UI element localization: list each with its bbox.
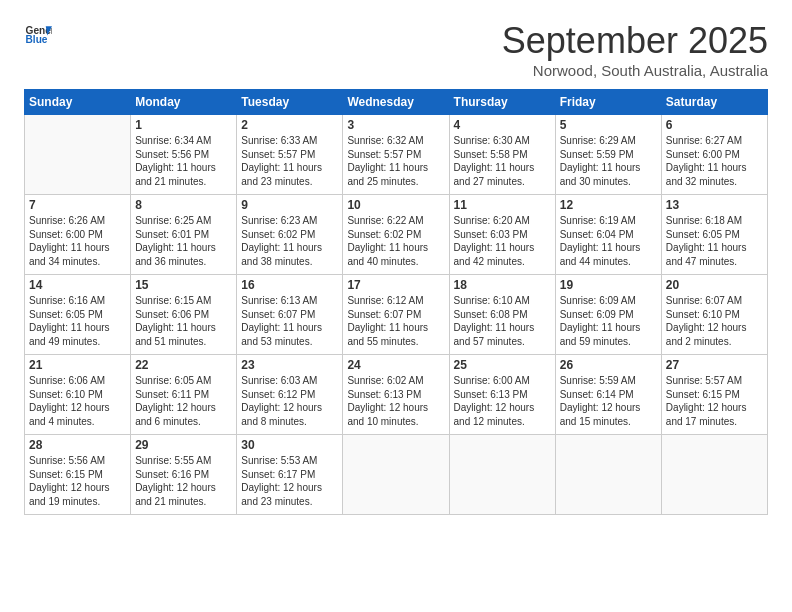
calendar-cell: 30Sunrise: 5:53 AM Sunset: 6:17 PM Dayli… [237,435,343,515]
day-info: Sunrise: 6:26 AM Sunset: 6:00 PM Dayligh… [29,214,126,268]
calendar-cell: 18Sunrise: 6:10 AM Sunset: 6:08 PM Dayli… [449,275,555,355]
day-number: 5 [560,118,657,132]
calendar-cell: 10Sunrise: 6:22 AM Sunset: 6:02 PM Dayli… [343,195,449,275]
day-info: Sunrise: 6:32 AM Sunset: 5:57 PM Dayligh… [347,134,444,188]
calendar-cell: 24Sunrise: 6:02 AM Sunset: 6:13 PM Dayli… [343,355,449,435]
day-info: Sunrise: 6:22 AM Sunset: 6:02 PM Dayligh… [347,214,444,268]
day-number: 2 [241,118,338,132]
weekday-header: Friday [555,90,661,115]
day-info: Sunrise: 6:25 AM Sunset: 6:01 PM Dayligh… [135,214,232,268]
logo: General Blue [24,20,52,48]
day-info: Sunrise: 6:16 AM Sunset: 6:05 PM Dayligh… [29,294,126,348]
day-info: Sunrise: 6:18 AM Sunset: 6:05 PM Dayligh… [666,214,763,268]
weekday-header-row: SundayMondayTuesdayWednesdayThursdayFrid… [25,90,768,115]
day-info: Sunrise: 6:20 AM Sunset: 6:03 PM Dayligh… [454,214,551,268]
calendar-cell: 13Sunrise: 6:18 AM Sunset: 6:05 PM Dayli… [661,195,767,275]
calendar-week-row: 28Sunrise: 5:56 AM Sunset: 6:15 PM Dayli… [25,435,768,515]
day-number: 30 [241,438,338,452]
calendar-cell: 2Sunrise: 6:33 AM Sunset: 5:57 PM Daylig… [237,115,343,195]
title-block: September 2025 Norwood, South Australia,… [502,20,768,79]
day-info: Sunrise: 6:05 AM Sunset: 6:11 PM Dayligh… [135,374,232,428]
calendar-cell [449,435,555,515]
day-number: 4 [454,118,551,132]
day-info: Sunrise: 6:06 AM Sunset: 6:10 PM Dayligh… [29,374,126,428]
day-info: Sunrise: 6:15 AM Sunset: 6:06 PM Dayligh… [135,294,232,348]
calendar-cell: 7Sunrise: 6:26 AM Sunset: 6:00 PM Daylig… [25,195,131,275]
day-info: Sunrise: 5:56 AM Sunset: 6:15 PM Dayligh… [29,454,126,508]
day-number: 1 [135,118,232,132]
day-number: 24 [347,358,444,372]
calendar-cell: 12Sunrise: 6:19 AM Sunset: 6:04 PM Dayli… [555,195,661,275]
calendar-cell: 5Sunrise: 6:29 AM Sunset: 5:59 PM Daylig… [555,115,661,195]
logo-icon: General Blue [24,20,52,48]
calendar-cell: 22Sunrise: 6:05 AM Sunset: 6:11 PM Dayli… [131,355,237,435]
day-number: 14 [29,278,126,292]
day-number: 21 [29,358,126,372]
day-number: 18 [454,278,551,292]
day-number: 25 [454,358,551,372]
calendar-cell: 9Sunrise: 6:23 AM Sunset: 6:02 PM Daylig… [237,195,343,275]
day-info: Sunrise: 5:57 AM Sunset: 6:15 PM Dayligh… [666,374,763,428]
calendar-cell: 4Sunrise: 6:30 AM Sunset: 5:58 PM Daylig… [449,115,555,195]
day-info: Sunrise: 6:27 AM Sunset: 6:00 PM Dayligh… [666,134,763,188]
day-info: Sunrise: 6:19 AM Sunset: 6:04 PM Dayligh… [560,214,657,268]
calendar-cell [25,115,131,195]
day-info: Sunrise: 5:53 AM Sunset: 6:17 PM Dayligh… [241,454,338,508]
day-number: 28 [29,438,126,452]
day-number: 13 [666,198,763,212]
day-number: 3 [347,118,444,132]
day-info: Sunrise: 5:59 AM Sunset: 6:14 PM Dayligh… [560,374,657,428]
calendar-cell: 1Sunrise: 6:34 AM Sunset: 5:56 PM Daylig… [131,115,237,195]
day-info: Sunrise: 6:30 AM Sunset: 5:58 PM Dayligh… [454,134,551,188]
calendar-cell: 14Sunrise: 6:16 AM Sunset: 6:05 PM Dayli… [25,275,131,355]
day-info: Sunrise: 6:34 AM Sunset: 5:56 PM Dayligh… [135,134,232,188]
weekday-header: Wednesday [343,90,449,115]
day-number: 7 [29,198,126,212]
day-info: Sunrise: 6:13 AM Sunset: 6:07 PM Dayligh… [241,294,338,348]
day-info: Sunrise: 6:29 AM Sunset: 5:59 PM Dayligh… [560,134,657,188]
day-info: Sunrise: 6:12 AM Sunset: 6:07 PM Dayligh… [347,294,444,348]
page-header: General Blue September 2025 Norwood, Sou… [24,20,768,79]
day-info: Sunrise: 6:23 AM Sunset: 6:02 PM Dayligh… [241,214,338,268]
calendar-cell: 29Sunrise: 5:55 AM Sunset: 6:16 PM Dayli… [131,435,237,515]
day-info: Sunrise: 6:09 AM Sunset: 6:09 PM Dayligh… [560,294,657,348]
day-number: 19 [560,278,657,292]
calendar-cell [343,435,449,515]
calendar-cell: 28Sunrise: 5:56 AM Sunset: 6:15 PM Dayli… [25,435,131,515]
calendar-week-row: 7Sunrise: 6:26 AM Sunset: 6:00 PM Daylig… [25,195,768,275]
calendar-cell: 16Sunrise: 6:13 AM Sunset: 6:07 PM Dayli… [237,275,343,355]
day-info: Sunrise: 6:00 AM Sunset: 6:13 PM Dayligh… [454,374,551,428]
weekday-header: Tuesday [237,90,343,115]
weekday-header: Sunday [25,90,131,115]
calendar-cell: 11Sunrise: 6:20 AM Sunset: 6:03 PM Dayli… [449,195,555,275]
day-number: 12 [560,198,657,212]
calendar-week-row: 21Sunrise: 6:06 AM Sunset: 6:10 PM Dayli… [25,355,768,435]
day-info: Sunrise: 5:55 AM Sunset: 6:16 PM Dayligh… [135,454,232,508]
calendar-cell: 23Sunrise: 6:03 AM Sunset: 6:12 PM Dayli… [237,355,343,435]
day-number: 11 [454,198,551,212]
calendar-cell: 15Sunrise: 6:15 AM Sunset: 6:06 PM Dayli… [131,275,237,355]
calendar-week-row: 14Sunrise: 6:16 AM Sunset: 6:05 PM Dayli… [25,275,768,355]
calendar-cell: 17Sunrise: 6:12 AM Sunset: 6:07 PM Dayli… [343,275,449,355]
calendar-cell: 21Sunrise: 6:06 AM Sunset: 6:10 PM Dayli… [25,355,131,435]
day-info: Sunrise: 6:02 AM Sunset: 6:13 PM Dayligh… [347,374,444,428]
day-number: 10 [347,198,444,212]
weekday-header: Monday [131,90,237,115]
day-number: 20 [666,278,763,292]
day-number: 22 [135,358,232,372]
day-number: 9 [241,198,338,212]
calendar-table: SundayMondayTuesdayWednesdayThursdayFrid… [24,89,768,515]
day-number: 27 [666,358,763,372]
day-number: 6 [666,118,763,132]
day-number: 29 [135,438,232,452]
calendar-week-row: 1Sunrise: 6:34 AM Sunset: 5:56 PM Daylig… [25,115,768,195]
day-info: Sunrise: 6:03 AM Sunset: 6:12 PM Dayligh… [241,374,338,428]
calendar-cell: 25Sunrise: 6:00 AM Sunset: 6:13 PM Dayli… [449,355,555,435]
day-info: Sunrise: 6:10 AM Sunset: 6:08 PM Dayligh… [454,294,551,348]
weekday-header: Thursday [449,90,555,115]
calendar-cell [555,435,661,515]
day-number: 15 [135,278,232,292]
location: Norwood, South Australia, Australia [502,62,768,79]
day-info: Sunrise: 6:07 AM Sunset: 6:10 PM Dayligh… [666,294,763,348]
day-number: 16 [241,278,338,292]
